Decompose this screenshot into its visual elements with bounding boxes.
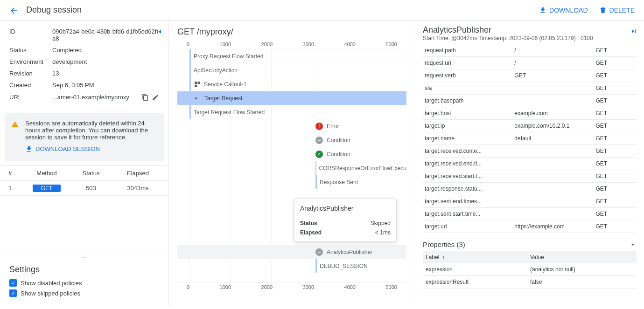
var-name: target.ip (423, 120, 512, 132)
variable-row[interactable]: target.ipexample.com/10.2.0.1GET (423, 120, 637, 132)
props-header-value[interactable]: Value (527, 251, 637, 263)
var-value: example.com/10.2.0.1 (512, 120, 594, 132)
row-status: 503 (70, 185, 112, 192)
flow-tooltip: AnalyticsPublisher StatusSkipped Elapsed… (294, 199, 397, 242)
collapse-props-icon[interactable] (629, 240, 637, 248)
download-label: DOWNLOAD (549, 7, 588, 14)
var-scope: GET (594, 158, 637, 170)
flow-row[interactable]: Proxy Request Flow Started (177, 49, 406, 63)
flow-row[interactable]: Target Request Flow Started (177, 105, 406, 119)
tick: 0 (187, 284, 189, 290)
value-id: 090b72a4-be0a-430b-bfd6-d1fb5ed62fa8 (52, 28, 159, 42)
var-scope: GET (594, 195, 637, 208)
var-name: target.basepath (423, 95, 512, 107)
variable-row[interactable]: request.path/GET (423, 44, 637, 57)
value-rev: 13 (52, 70, 159, 77)
var-scope: GET (594, 120, 637, 132)
variable-row[interactable]: target.response.statu...GET (423, 183, 637, 195)
var-scope: GET (594, 57, 637, 69)
edit-icon[interactable] (152, 93, 159, 101)
var-value: https://example.com (512, 220, 594, 233)
flow-row[interactable]: Target Request (177, 91, 406, 105)
download-button[interactable]: DOWNLOAD (539, 7, 588, 14)
label-id: ID (9, 28, 52, 42)
flow-row[interactable]: DEBUG_SESSION (177, 259, 406, 273)
var-value (512, 82, 594, 95)
var-scope: GET (594, 208, 637, 220)
variable-row[interactable]: request.uri/GET (423, 57, 637, 69)
variable-row[interactable]: target.received.conte...GET (423, 145, 637, 158)
expand-right-icon[interactable] (630, 27, 637, 35)
tick: 4000 (344, 41, 356, 47)
prop-label: expression (423, 263, 527, 276)
flow-row-label: Service Callout-1 (204, 81, 246, 88)
request-row[interactable]: 1 GET 503 3043ms (0, 181, 168, 196)
tick: 5000 (385, 284, 397, 290)
var-value: GET (512, 69, 594, 82)
var-scope: GET (594, 145, 637, 158)
label-skipped-policies: Show skipped policies (21, 290, 80, 297)
tick: 1000 (220, 41, 231, 47)
var-name: target.received.conte... (423, 145, 512, 158)
variable-row[interactable]: target.namedefaultGET (423, 132, 637, 145)
right-subtitle: Start Time: @3042ms Timestamp: 2023-09-0… (423, 35, 637, 41)
collapse-left-icon[interactable] (155, 27, 163, 35)
props-header-label[interactable]: Label↑ (423, 251, 527, 263)
var-value (512, 145, 594, 158)
flow-row-label: DEBUG_SESSION (320, 263, 368, 269)
drag-handle-icon[interactable]: ━ (0, 254, 168, 258)
tick: 5000 (385, 41, 397, 47)
property-row[interactable]: expression(analytics not null) (423, 263, 637, 276)
download-session-button[interactable]: DOWNLOAD SESSION (25, 145, 100, 153)
var-scope: GET (594, 132, 637, 145)
flow-row[interactable]: CORSResponseOrErrorFlowExecu (177, 161, 406, 175)
back-arrow-icon[interactable] (9, 5, 19, 15)
value-status: Completed (52, 47, 159, 54)
checkbox-skipped-policies[interactable]: ✓ (9, 289, 17, 297)
tooltip-status: Skipped (371, 220, 391, 227)
flow-row[interactable]: –AnalyticsPublisher (177, 245, 406, 259)
flow-row[interactable]: !Error (177, 119, 406, 133)
var-name: request.verb (423, 69, 512, 82)
flow-row[interactable]: ApiSecurityAction (177, 63, 406, 77)
sort-arrow-icon: ↑ (442, 254, 445, 261)
variable-row[interactable]: request.verbGETGET (423, 69, 637, 82)
session-info: ID090b72a4-be0a-430b-bfd6-d1fb5ed62fa8 S… (0, 21, 168, 113)
right-pane: AnalyticsPublisher Start Time: @3042ms T… (415, 21, 644, 306)
variable-row[interactable]: target.urlhttps://example.comGET (423, 220, 637, 233)
var-name: target.received.end.ti... (423, 158, 512, 170)
prop-value: false (527, 276, 637, 288)
property-row[interactable]: expressionResultfalse (423, 276, 637, 288)
flow-row[interactable]: ✓Condition (177, 147, 406, 161)
page-title: Debug session (26, 5, 539, 15)
variable-row[interactable]: target.hostexample.comGET (423, 107, 637, 120)
variable-row[interactable]: target.basepathGET (423, 95, 637, 107)
variable-row[interactable]: target.sent.start.time...GET (423, 208, 637, 220)
copy-icon[interactable] (141, 93, 149, 101)
variable-row[interactable]: target.sent.end.times...GET (423, 195, 637, 208)
flow-row[interactable]: Response Sent (177, 175, 406, 189)
var-value: / (512, 57, 594, 69)
flow-row-label: Proxy Request Flow Started (194, 53, 263, 60)
delete-label: DELETE (609, 7, 635, 14)
var-scope: GET (594, 82, 637, 95)
value-env: development (52, 58, 159, 65)
flow-row[interactable]: –Condition (177, 133, 406, 147)
flow-row-label: ApiSecurityAction (194, 67, 238, 74)
settings-panel: Settings ✓ Show disabled policies ✓ Show… (0, 258, 168, 306)
var-name: target.received.start.t... (423, 170, 512, 183)
tooltip-title: AnalyticsPublisher (300, 205, 391, 216)
row-elapsed: 3043ms (112, 185, 164, 192)
variable-row[interactable]: slaGET (423, 82, 637, 95)
var-value: / (512, 44, 594, 57)
axis-top: 0 1000 2000 3000 4000 5000 (177, 41, 406, 49)
tick: 2000 (261, 284, 273, 290)
variable-row[interactable]: target.received.start.t...GET (423, 170, 637, 183)
label-env: Environment (9, 58, 52, 65)
checkbox-disabled-policies[interactable]: ✓ (9, 279, 17, 287)
variable-row[interactable]: target.received.end.ti...GET (423, 158, 637, 170)
flow-row-label: CORSResponseOrErrorFlowExecu (319, 165, 406, 172)
var-scope: GET (594, 170, 637, 183)
delete-button[interactable]: DELETE (599, 7, 635, 14)
flow-row[interactable]: Service Callout-1 (177, 77, 406, 91)
